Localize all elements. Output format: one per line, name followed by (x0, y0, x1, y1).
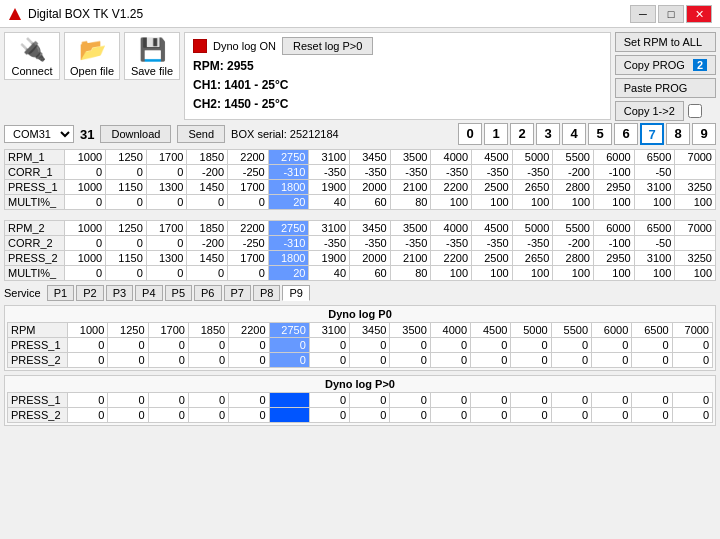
row-label-rpm_1: RPM_1 (5, 150, 65, 165)
table-cell: 6000 (594, 150, 635, 165)
table-cell: 5000 (511, 323, 551, 338)
table-cell: -200 (553, 236, 594, 251)
table-cell: -350 (309, 236, 350, 251)
table-cell: 0 (65, 266, 106, 281)
table-cell: 0 (106, 165, 147, 180)
service-tab-p5[interactable]: P5 (165, 285, 192, 301)
table-cell: 4000 (431, 221, 472, 236)
table-cell: -350 (309, 165, 350, 180)
table-cell: 7000 (675, 150, 716, 165)
maximize-button[interactable]: □ (658, 5, 684, 23)
set-rpm-all-button[interactable]: Set RPM to ALL (615, 32, 716, 52)
table-cell: 0 (146, 266, 187, 281)
table-cell: 100 (512, 195, 553, 210)
connect-button[interactable]: 🔌 Connect (4, 32, 60, 80)
open-file-button[interactable]: 📂 Open file (64, 32, 120, 80)
table-cell: 4500 (472, 221, 513, 236)
service-tab-p2[interactable]: P2 (76, 285, 103, 301)
num-box-4[interactable]: 4 (562, 123, 586, 145)
num-box-3[interactable]: 3 (536, 123, 560, 145)
download-button[interactable]: Download (100, 125, 171, 143)
table-cell: 1450 (187, 180, 228, 195)
service-tab-p4[interactable]: P4 (135, 285, 162, 301)
table-cell: 100 (675, 266, 716, 281)
table-cell: 100 (431, 195, 472, 210)
app-title: Digital BOX TK V1.25 (28, 7, 143, 21)
com-select[interactable]: COM31 (4, 125, 74, 143)
copy-prog-button[interactable]: Copy PROG 2 (615, 55, 716, 75)
table-cell: 2750 (268, 221, 309, 236)
table-cell: 0 (187, 195, 228, 210)
minimize-button[interactable]: ─ (630, 5, 656, 23)
table-cell: 2000 (350, 251, 391, 266)
open-file-label: Open file (70, 65, 114, 77)
table-cell: 0 (228, 266, 269, 281)
table-cell: 1700 (228, 180, 269, 195)
table-cell: 0 (148, 353, 188, 368)
row-label-press_2: PRESS_2 (8, 353, 68, 368)
num-box-7[interactable]: 7 (640, 123, 664, 145)
table-cell: 0 (430, 338, 470, 353)
table-cell: 100 (553, 266, 594, 281)
num-box-8[interactable]: 8 (666, 123, 690, 145)
table-cell: -350 (431, 165, 472, 180)
svg-marker-0 (9, 8, 21, 20)
num-box-9[interactable]: 9 (692, 123, 716, 145)
row-label-multi__: MULTI%_ (5, 195, 65, 210)
table-cell: 0 (632, 353, 672, 368)
table-cell: 0 (390, 393, 430, 408)
close-button[interactable]: ✕ (686, 5, 712, 23)
table-cell: 0 (592, 393, 632, 408)
table-cell: 0 (187, 266, 228, 281)
connect-icon: 🔌 (19, 37, 46, 63)
service-tab-p3[interactable]: P3 (106, 285, 133, 301)
table-cell: -350 (390, 165, 431, 180)
service-tab-p6[interactable]: P6 (194, 285, 221, 301)
table-cell: 0 (188, 393, 228, 408)
reset-log-button[interactable]: Reset log P>0 (282, 37, 373, 55)
table-cell: 2200 (228, 150, 269, 165)
num-box-5[interactable]: 5 (588, 123, 612, 145)
save-file-icon: 💾 (139, 37, 166, 63)
table-cell: 0 (551, 408, 591, 423)
table-cell: 100 (675, 195, 716, 210)
table-cell: 0 (229, 393, 269, 408)
table-cell: 0 (672, 338, 712, 353)
table-cell: 0 (106, 236, 147, 251)
table-cell: 80 (390, 266, 431, 281)
copy-1-2-button[interactable]: Copy 1->2 (615, 101, 684, 121)
table-cell: 0 (390, 338, 430, 353)
save-file-button[interactable]: 💾 Save file (124, 32, 180, 80)
table-cell: 40 (309, 195, 350, 210)
service-tab-p9[interactable]: P9 (282, 285, 309, 301)
table-cell: 0 (592, 338, 632, 353)
service-tab-p7[interactable]: P7 (224, 285, 251, 301)
table-cell: 3450 (350, 221, 391, 236)
table-cell: 0 (471, 408, 511, 423)
table-cell: -350 (472, 165, 513, 180)
table-cell (675, 236, 716, 251)
service-tab-p8[interactable]: P8 (253, 285, 280, 301)
service-tab-p1[interactable]: P1 (47, 285, 74, 301)
copy-1-2-checkbox[interactable] (688, 104, 702, 118)
table-cell: 2800 (553, 251, 594, 266)
table-cell: -350 (431, 236, 472, 251)
num-box-0[interactable]: 0 (458, 123, 482, 145)
table-cell: 0 (67, 393, 107, 408)
table-cell: 3500 (390, 150, 431, 165)
table-cell: 4000 (430, 323, 470, 338)
table-cell: 2000 (350, 180, 391, 195)
num-box-6[interactable]: 6 (614, 123, 638, 145)
paste-prog-button[interactable]: Paste PROG (615, 78, 716, 98)
table-cell: 100 (634, 266, 675, 281)
send-button[interactable]: Send (177, 125, 225, 143)
table-cell: 0 (229, 408, 269, 423)
table-cell: 0 (188, 353, 228, 368)
num-box-2[interactable]: 2 (510, 123, 534, 145)
table-cell: 0 (672, 353, 712, 368)
num-box-1[interactable]: 1 (484, 123, 508, 145)
table-cell: 20 (268, 266, 309, 281)
table-cell: 0 (146, 195, 187, 210)
table-cell: 0 (146, 165, 187, 180)
table-cell: 0 (67, 353, 107, 368)
